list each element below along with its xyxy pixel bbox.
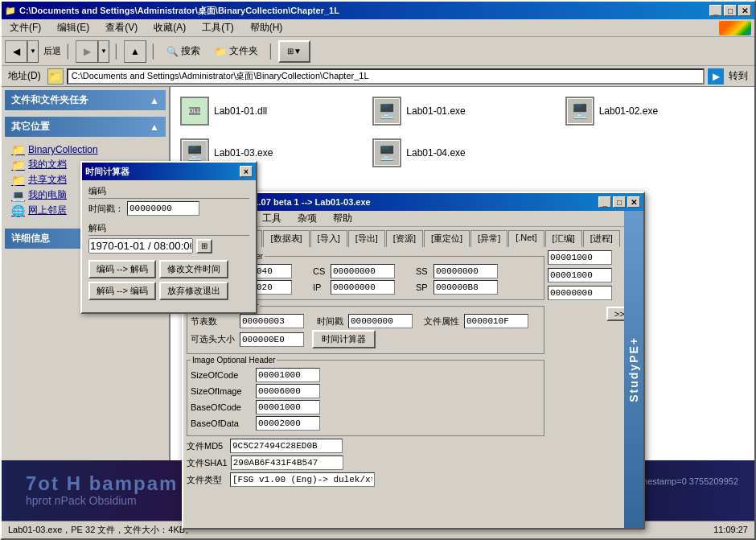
forward-dropdown[interactable]: ▼ (98, 40, 109, 63)
file-md5-input[interactable] (230, 439, 343, 453)
encode-to-decode-button[interactable]: 编码 --> 解码 (88, 260, 156, 278)
tab-reloc[interactable]: [重定位] (424, 230, 470, 247)
binarycollection-label: BinaryCollection (28, 144, 98, 155)
list-item[interactable]: 🖥️ Lab01-01.exe (369, 93, 555, 129)
tab-asm[interactable]: [汇编] (545, 230, 582, 247)
sizeofcode-input[interactable] (256, 368, 320, 382)
tab-export[interactable]: [导出] (348, 230, 385, 247)
studype-minimize-button[interactable]: _ (598, 196, 611, 208)
up-button[interactable]: ▲ (124, 40, 146, 63)
back-label: 后退 (43, 45, 61, 57)
studype-maximize-button[interactable]: □ (613, 196, 626, 208)
menu-tools[interactable]: 工具(T) (197, 19, 238, 36)
cs-input[interactable] (331, 264, 395, 278)
right-field-3[interactable] (548, 286, 612, 300)
folders-button[interactable]: 📁 文件夹 (209, 40, 264, 63)
time-dialog-close-button[interactable]: × (240, 166, 253, 177)
address-label: 地址(D) (5, 69, 44, 83)
address-input[interactable] (67, 68, 705, 85)
tab-net[interactable]: [.Net] (508, 230, 544, 247)
tab-exception[interactable]: [异常] (470, 230, 507, 247)
explorer-title-bar: 📁 C:\Documents and Settings\Administrato… (2, 2, 754, 19)
optional-header-legend: Image Optional Header (191, 356, 277, 365)
explorer-title-text: C:\Documents and Settings\Administrator\… (19, 5, 339, 17)
studype-brand-text: StudyPE+ (627, 336, 640, 402)
view-icon: ⊞ (287, 47, 294, 56)
folders-label: 文件夹 (229, 44, 258, 58)
sections-input[interactable] (240, 314, 304, 328)
optheader-input[interactable] (240, 332, 304, 347)
tasks-header[interactable]: 文件和文件夹任务 ▲ (5, 90, 166, 110)
forward-button[interactable]: ▶ (76, 40, 98, 63)
separator4-icon: │ (267, 44, 275, 59)
file-sha1-input[interactable] (231, 455, 343, 470)
baseofcode-label: BaseOfCode (191, 402, 251, 412)
menu-favorites[interactable]: 收藏(A) (149, 19, 191, 36)
tab-resource[interactable]: [资源] (386, 230, 423, 247)
tab-process[interactable]: [进程] (583, 230, 620, 247)
menu-edit[interactable]: 编辑(E) (52, 19, 94, 36)
studype-close-button[interactable]: ✕ (627, 196, 640, 208)
list-item[interactable]: 🖥️ Lab01-02.exe (562, 93, 748, 129)
sp-label: SP (416, 282, 429, 292)
list-item[interactable]: 🖥️ Lab01-04.exe (369, 135, 555, 171)
search-icon: 🔍 (166, 46, 179, 57)
link-binarycollection[interactable]: 📁 BinaryCollection (11, 143, 159, 156)
datetime-decode-input[interactable] (88, 238, 193, 254)
search-button[interactable]: 🔍 搜索 (161, 40, 206, 63)
sp-input[interactable] (433, 280, 498, 295)
timestamp-input[interactable] (348, 314, 413, 328)
separator-icon: │ (64, 44, 72, 59)
ip-label: IP (313, 282, 326, 292)
my-documents-label: 我的文档 (28, 158, 67, 171)
tab-datatable[interactable]: [数据表] (263, 230, 309, 247)
time-dialog-content: 编码 时间戳： 解码 ⊞ 编码 --> 解码 修改文件时间 解码 --> 编码 … (82, 180, 256, 305)
explorer-title-icon: 📁 (5, 6, 16, 16)
separator2-icon: │ (113, 44, 121, 59)
decode-to-encode-button[interactable]: 解码 --> 编码 (88, 282, 156, 300)
datetime-spin-button[interactable]: ⊞ (196, 239, 212, 254)
time-calculator-dialog: 时间计算器 × 编码 时间戳： 解码 ⊞ 编码 --> 解码 修改文件时间 解码… (80, 161, 257, 314)
clock-display: 11:09:27 (713, 525, 748, 534)
timestamp-encode-input[interactable] (127, 201, 199, 216)
baseofdata-label: BaseOfData (191, 418, 251, 428)
menu-file[interactable]: 文件(F) (5, 19, 46, 36)
studype-menu-tools[interactable]: 工具 (257, 210, 286, 227)
file-name-lab01-03-exe: Lab01-03.exe (214, 147, 273, 159)
go-label[interactable]: 转到 (725, 69, 751, 83)
binarycollection-icon: 📁 (11, 143, 25, 156)
encode-section-label: 编码 (88, 185, 249, 199)
ip-input[interactable] (331, 280, 395, 295)
view-button[interactable]: ⊞ ▼ (278, 40, 310, 63)
minimize-button[interactable]: _ (709, 5, 722, 16)
characteristics-input[interactable] (464, 314, 528, 328)
menu-view[interactable]: 查看(V) (101, 19, 142, 36)
time-dialog-title-bar: 时间计算器 × (82, 163, 256, 180)
studype-menu-help[interactable]: 帮助 (328, 210, 357, 227)
back-button[interactable]: ◀ (5, 40, 27, 63)
close-button[interactable]: ✕ (738, 5, 751, 16)
address-bar: 地址(D) 📁 ▶ 转到 (2, 66, 754, 87)
baseofcode-input[interactable] (256, 400, 320, 414)
other-header[interactable]: 其它位置 ▲ (5, 117, 166, 137)
menu-help[interactable]: 帮助(H) (245, 19, 288, 36)
details-header-label: 详细信息 (11, 232, 50, 245)
ss-input[interactable] (433, 264, 498, 278)
studype-menu-misc[interactable]: 杂项 (293, 210, 322, 227)
sizeofimage-input[interactable] (256, 384, 320, 398)
time-calculator-button[interactable]: 时间计算器 (312, 330, 376, 348)
tab-import[interactable]: [导入] (310, 230, 347, 247)
baseofdata-input[interactable] (256, 416, 320, 431)
my-documents-icon: 📁 (11, 159, 25, 171)
modify-file-time-button[interactable]: 修改文件时间 (159, 260, 228, 278)
maximize-button[interactable]: □ (724, 5, 737, 16)
list-item[interactable]: DLL Lab01-01.dll (177, 93, 363, 129)
file-name-lab01-01-dll: Lab01-01.dll (214, 105, 267, 117)
file-type-input[interactable] (230, 472, 375, 487)
wallpaper-subtext: hprot nPack Obsidium (26, 494, 137, 507)
tasks-collapse-icon: ▲ (150, 95, 159, 106)
right-field-1[interactable] (548, 250, 612, 265)
back-dropdown[interactable]: ▼ (27, 40, 39, 63)
right-field-2[interactable] (548, 268, 612, 282)
discard-exit-button[interactable]: 放弃修改退出 (159, 282, 228, 300)
